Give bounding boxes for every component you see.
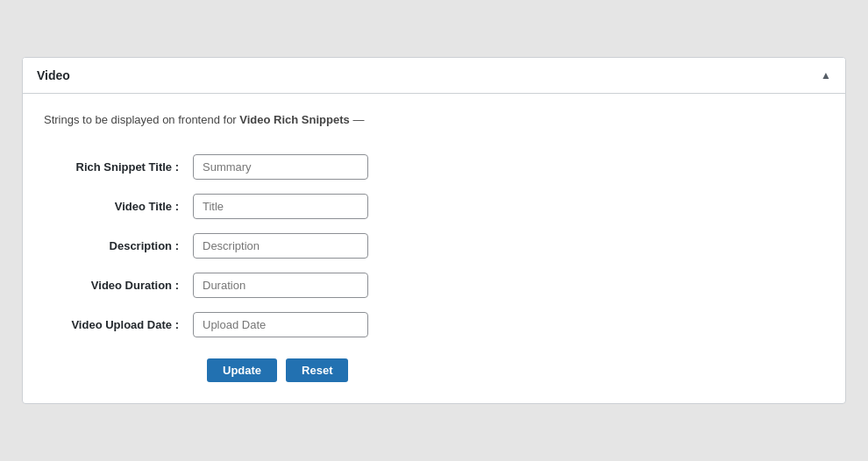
cell-video-upload-date-input bbox=[193, 305, 824, 344]
card-header: Video ▲ bbox=[23, 58, 845, 94]
label-description-input: Description : bbox=[44, 226, 193, 266]
info-suffix: — bbox=[350, 113, 365, 126]
label-video-upload-date-input: Video Upload Date : bbox=[44, 305, 193, 344]
cell-description-input bbox=[193, 226, 824, 266]
cell-video-duration-input bbox=[193, 266, 824, 305]
form-row: Video Upload Date : bbox=[44, 305, 824, 344]
cell-video-title-input bbox=[193, 187, 824, 226]
video-duration-input[interactable] bbox=[193, 273, 368, 298]
label-video-duration-input: Video Duration : bbox=[44, 266, 193, 305]
video-title-input[interactable] bbox=[193, 194, 368, 219]
rich-snippet-title-input[interactable] bbox=[193, 154, 368, 180]
reset-button[interactable]: Reset bbox=[286, 358, 348, 382]
label-rich-snippet-title-input: Rich Snippet Title : bbox=[44, 147, 193, 187]
card-body: Strings to be displayed on frontend for … bbox=[23, 94, 845, 404]
info-bold: Video Rich Snippets bbox=[239, 113, 349, 126]
label-video-title-input: Video Title : bbox=[44, 187, 193, 226]
buttons-row: Update Reset bbox=[44, 358, 824, 382]
video-card: Video ▲ Strings to be displayed on front… bbox=[22, 57, 846, 405]
card-title: Video bbox=[37, 68, 70, 82]
form-row: Video Duration : bbox=[44, 266, 824, 305]
form-row: Rich Snippet Title : bbox=[44, 147, 824, 187]
collapse-icon[interactable]: ▲ bbox=[821, 69, 831, 82]
form-row: Video Title : bbox=[44, 187, 824, 226]
form-row: Description : bbox=[44, 226, 824, 266]
video-upload-date-input[interactable] bbox=[193, 312, 368, 337]
info-text: Strings to be displayed on frontend for … bbox=[44, 111, 824, 129]
description-input[interactable] bbox=[193, 233, 368, 259]
update-button[interactable]: Update bbox=[207, 358, 277, 382]
cell-rich-snippet-title-input bbox=[193, 147, 824, 187]
form-table: Rich Snippet Title :Video Title :Descrip… bbox=[44, 147, 824, 344]
info-prefix: Strings to be displayed on frontend for bbox=[44, 113, 239, 126]
